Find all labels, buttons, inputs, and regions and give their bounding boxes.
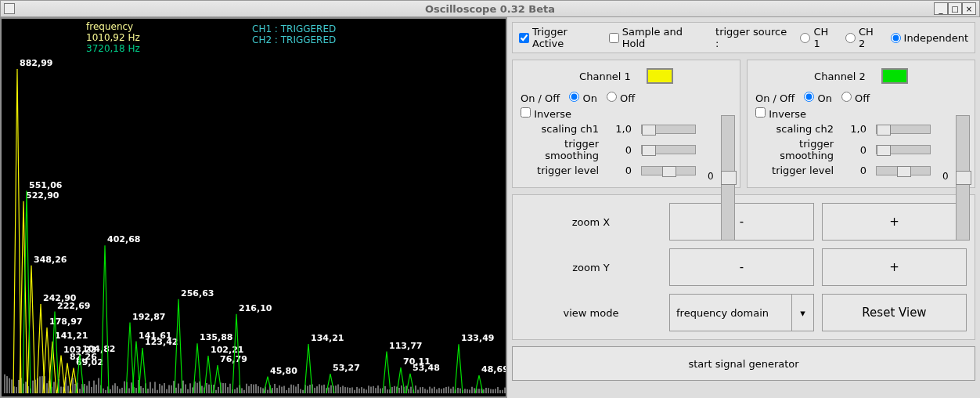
svg-text:134,21: 134,21	[311, 333, 344, 343]
close-button[interactable]: ×	[962, 2, 976, 15]
oscilloscope-display: frequency 1010,92 Hz 3720,18 Hz CH1 : TR…	[0, 17, 507, 398]
ch1-smoothing-value: 0	[608, 144, 632, 156]
window-title: Oscilloscope 0.32 Beta	[425, 3, 555, 15]
channel-1-title: Channel 1	[579, 71, 631, 82]
window-titlebar: Oscilloscope 0.32 Beta _ □ ×	[0, 0, 980, 17]
ch1-inverse-checkbox[interactable]: Inverse	[521, 107, 571, 120]
zoom-x-label: zoom X	[521, 216, 661, 228]
svg-text:113,77: 113,77	[389, 341, 422, 351]
ch1-vertical-slider[interactable]: 0	[721, 115, 735, 241]
ch2-on-radio[interactable]: On	[804, 92, 832, 104]
ch2-onoff-label: On / Off	[755, 92, 794, 104]
minimize-button[interactable]: _	[934, 2, 948, 15]
channel-1-color-swatch[interactable]	[647, 68, 673, 84]
svg-text:348,26: 348,26	[34, 255, 67, 265]
zoom-y-minus-button[interactable]: -	[669, 248, 814, 286]
svg-text:216,10: 216,10	[239, 303, 272, 313]
channel-1-panel: Channel 1 On / Off On Off Inverse scalin…	[512, 60, 740, 188]
spectrum-plot: 882,99522,90348,26242,90178,97141,21103,…	[2, 19, 506, 396]
ch1-onoff-label: On / Off	[521, 92, 560, 104]
trigger-source-label: trigger source :	[715, 26, 792, 49]
ch1-on-radio[interactable]: On	[569, 92, 597, 104]
ch1-level-value: 0	[608, 165, 632, 176]
svg-text:256,63: 256,63	[181, 288, 214, 298]
channel-2-color-swatch[interactable]	[881, 68, 908, 84]
channel-2-panel: Channel 2 On / Off On Off Inverse scalin…	[747, 60, 975, 188]
svg-text:222,69: 222,69	[57, 301, 90, 311]
svg-text:53,48: 53,48	[413, 363, 440, 373]
trigger-source-ch2[interactable]: CH 2	[845, 26, 883, 49]
svg-text:133,49: 133,49	[461, 333, 494, 343]
svg-text:522,90: 522,90	[26, 190, 59, 201]
svg-text:882,99: 882,99	[20, 58, 52, 68]
ch1-off-radio[interactable]: Off	[607, 92, 635, 104]
ch2-smoothing-slider[interactable]	[876, 145, 931, 154]
ch2-off-radio[interactable]: Off	[841, 92, 870, 104]
ch2-vertical-slider[interactable]: 0	[956, 115, 970, 241]
start-signal-generator-button[interactable]: start signal generator	[512, 346, 975, 381]
view-mode-value: frequency domain	[676, 307, 769, 319]
ch2-inverse-checkbox[interactable]: Inverse	[755, 107, 806, 120]
svg-text:192,87: 192,87	[132, 312, 165, 322]
svg-text:53,27: 53,27	[333, 363, 360, 373]
svg-text:104,82: 104,82	[82, 344, 115, 354]
trigger-source-independent[interactable]: Independent	[891, 32, 968, 44]
ch2-scaling-value: 1,0	[843, 123, 867, 135]
ch2-level-label: trigger level	[755, 165, 834, 176]
zoom-view-panel: zoom X - + zoom Y - + view mode frequenc…	[512, 194, 975, 340]
ch1-scaling-value: 1,0	[608, 123, 632, 135]
zoom-x-minus-button[interactable]: -	[669, 203, 814, 241]
maximize-button[interactable]: □	[948, 2, 962, 15]
svg-text:551,06: 551,06	[29, 180, 63, 190]
ch2-level-slider[interactable]	[876, 166, 931, 175]
ch1-scaling-label: scaling ch1	[521, 123, 599, 135]
view-mode-label: view mode	[521, 307, 661, 319]
svg-text:135,88: 135,88	[200, 332, 232, 342]
ch1-smoothing-slider[interactable]	[641, 145, 696, 154]
svg-text:141,21: 141,21	[55, 331, 88, 341]
chevron-down-icon: ▾	[791, 295, 813, 331]
ch2-scaling-label: scaling ch2	[755, 123, 834, 135]
svg-text:45,80: 45,80	[270, 366, 297, 376]
trigger-active-checkbox[interactable]: Trigger Active	[519, 26, 601, 49]
ch2-scaling-slider[interactable]	[876, 125, 931, 134]
ch1-scaling-slider[interactable]	[641, 125, 696, 134]
ch2-level-value: 0	[843, 165, 867, 176]
zoom-y-plus-button[interactable]: +	[822, 248, 967, 286]
ch1-level-slider[interactable]	[641, 166, 696, 175]
sample-hold-checkbox[interactable]: Sample and Hold	[609, 26, 708, 49]
reset-view-button[interactable]: Reset View	[822, 294, 967, 331]
svg-text:123,42: 123,42	[145, 337, 178, 347]
svg-text:48,69: 48,69	[481, 364, 506, 374]
zoom-x-plus-button[interactable]: +	[822, 203, 967, 241]
view-mode-dropdown[interactable]: frequency domain ▾	[669, 294, 814, 331]
ch1-smoothing-label: trigger smoothing	[521, 138, 599, 161]
zoom-y-label: zoom Y	[521, 262, 661, 273]
trigger-source-ch1[interactable]: CH 1	[800, 26, 838, 49]
trigger-topbar: Trigger Active Sample and Hold trigger s…	[512, 22, 975, 53]
ch2-smoothing-value: 0	[843, 144, 867, 156]
channel-2-title: Channel 2	[814, 71, 866, 82]
window-menu-icon[interactable]	[4, 3, 15, 14]
svg-text:402,68: 402,68	[107, 234, 140, 244]
ch2-smoothing-label: trigger smoothing	[755, 138, 834, 161]
ch1-level-label: trigger level	[521, 165, 599, 176]
